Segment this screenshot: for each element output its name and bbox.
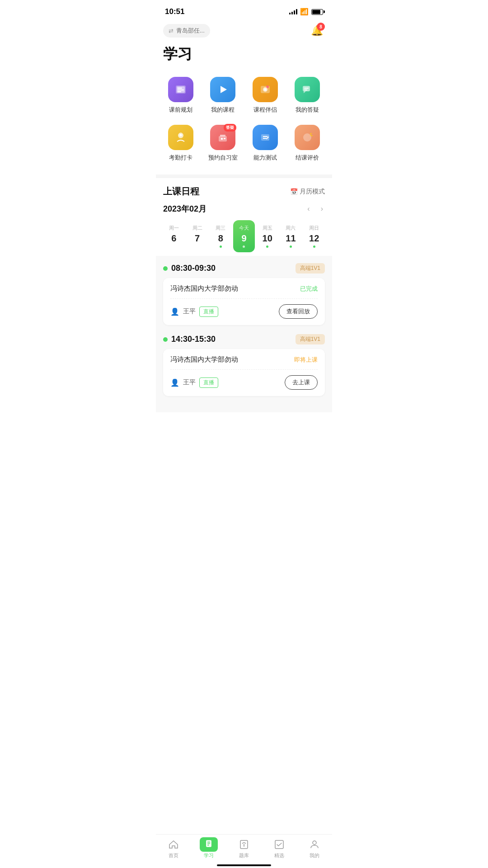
pre-class-icon: [168, 77, 193, 102]
svg-marker-5: [221, 86, 227, 93]
day-dot-6: [173, 245, 175, 248]
time-slot-2: 14:30-15:30 高端1V1 冯诗杰国内大学部勿动 即将上课 👤 王平 直…: [156, 334, 332, 405]
day-name-12: 周日: [309, 225, 319, 231]
day-cell-7[interactable]: 周二7: [187, 220, 208, 252]
time-dot-1: [163, 266, 168, 271]
live-badge-1: 直播: [199, 307, 218, 317]
my-course-icon: [210, 77, 235, 102]
time-range-2: 14:30-15:30: [171, 335, 216, 344]
time-range-1: 08:30-09:30: [171, 264, 216, 273]
prev-month-button[interactable]: ‹: [305, 203, 311, 215]
notification-button[interactable]: 🔔 8: [309, 23, 325, 39]
bottom-nav: 首页 学习 题库: [156, 834, 332, 868]
nav-item-mine[interactable]: 我的: [301, 838, 328, 859]
day-cell-8[interactable]: 周三8: [210, 220, 231, 252]
day-number-11: 11: [286, 233, 296, 244]
course-card-bottom-2: 👤 王平 直播 去上课: [170, 375, 318, 390]
menu-label-attendance: 考勤打卡: [169, 154, 192, 162]
svg-rect-2: [178, 88, 182, 89]
replay-button[interactable]: 查看回放: [279, 304, 318, 319]
svg-point-32: [244, 844, 245, 846]
day-name-9: 今天: [239, 225, 249, 231]
menu-item-study-room[interactable]: 答疑 预约自习室: [202, 119, 244, 167]
menu-item-course-eval[interactable]: 😊 结课评价: [286, 119, 329, 167]
battery-icon: [311, 9, 323, 15]
menu-item-attendance[interactable]: 考勤打卡: [160, 119, 202, 167]
menu-item-course-partner[interactable]: ! 课程伴侣: [244, 71, 286, 119]
status-icons: 📶: [289, 8, 323, 16]
day-dot-9: [243, 245, 245, 248]
menu-item-pre-class[interactable]: 课前规划: [160, 71, 202, 119]
svg-rect-4: [178, 91, 181, 92]
attendance-icon: [168, 125, 193, 150]
day-number-12: 12: [309, 233, 319, 244]
svg-rect-34: [275, 840, 283, 849]
day-number-10: 10: [263, 233, 272, 244]
course-partner-icon: !: [253, 77, 278, 102]
day-name-8: 周三: [216, 225, 225, 231]
calendar-mode-button[interactable]: 📅 月历模式: [290, 188, 325, 196]
person-icon-2: 👤: [170, 378, 179, 387]
menu-item-ability-test[interactable]: 能力测试: [244, 119, 286, 167]
day-cell-6[interactable]: 周一6: [163, 220, 185, 252]
nav-arrows: ‹ ›: [305, 203, 325, 215]
ability-test-icon: [253, 125, 278, 150]
teacher-name-2: 王平: [183, 378, 196, 387]
day-dot-11: [290, 245, 292, 248]
day-cell-9[interactable]: 今天9: [233, 220, 255, 252]
page-title: 学习: [156, 42, 332, 71]
day-cell-11[interactable]: 周六11: [280, 220, 302, 252]
calendar-mode-label: 月历模式: [300, 188, 325, 196]
schedule-section: 上课日程 📅 月历模式 2023年02月 ‹ › 周一6周二7周三8今天9周五1…: [156, 178, 332, 252]
study-nav-icon: [202, 838, 215, 851]
day-dot-8: [220, 245, 222, 248]
menu-item-my-course[interactable]: 我的课程: [202, 71, 244, 119]
day-number-9: 9: [241, 233, 246, 244]
day-cell-10[interactable]: 周五10: [257, 220, 278, 252]
day-name-10: 周五: [263, 225, 272, 231]
menu-label-my-course: 我的课程: [211, 106, 235, 114]
header: ⇄ 青岛邵任... 🔔 8: [156, 20, 332, 42]
schedule-content: 08:30-09:30 高端1V1 冯诗杰国内大学部勿动 已完成 👤 王平 直播…: [156, 256, 332, 412]
status-badge-1: 已完成: [300, 285, 318, 293]
schedule-title: 上课日程: [163, 185, 199, 198]
day-dot-7: [196, 245, 198, 248]
nav-item-home[interactable]: 首页: [160, 838, 187, 859]
time-label-1: 08:30-09:30: [163, 264, 216, 273]
menu-label-course-eval: 结课评价: [296, 154, 319, 162]
menu-label-my-qa: 我的答疑: [296, 106, 319, 114]
day-cell-12[interactable]: 周日12: [303, 220, 325, 252]
svg-point-35: [313, 841, 316, 844]
school-badge[interactable]: ⇄ 青岛邵任...: [163, 24, 210, 38]
svg-rect-13: [304, 88, 309, 89]
svg-rect-28: [207, 842, 211, 843]
course-card-1: 冯诗杰国内大学部勿动 已完成 👤 王平 直播 查看回放: [163, 278, 325, 325]
attend-button[interactable]: 去上课: [285, 375, 318, 390]
calendar-icon: 📅: [290, 188, 298, 195]
day-number-8: 8: [218, 233, 223, 244]
nav-item-study[interactable]: 学习: [195, 838, 222, 859]
svg-text:!: !: [267, 86, 267, 89]
nav-item-featured[interactable]: 精选: [266, 838, 293, 859]
svg-rect-3: [178, 90, 184, 90]
nav-item-question-bank[interactable]: 题库: [230, 838, 258, 859]
menu-item-my-qa[interactable]: 我的答疑: [286, 71, 329, 119]
status-time: 10:51: [165, 7, 184, 16]
schedule-header: 上课日程 📅 月历模式: [163, 185, 325, 198]
nav-label-study: 学习: [204, 852, 214, 859]
home-indicator: [217, 864, 271, 866]
home-nav-icon: [167, 838, 180, 851]
course-card-top-1: 冯诗杰国内大学部勿动 已完成: [170, 284, 318, 299]
svg-rect-29: [207, 843, 211, 844]
next-month-button[interactable]: ›: [319, 203, 325, 215]
day-name-7: 周二: [192, 225, 202, 231]
notification-badge: 8: [317, 23, 325, 31]
study-room-icon: 答疑: [210, 125, 235, 150]
course-card-top-2: 冯诗杰国内大学部勿动 即将上课: [170, 355, 318, 370]
day-dot-10: [266, 245, 268, 248]
mine-nav-icon: [308, 838, 321, 851]
week-calendar: 周一6周二7周三8今天9周五10周六11周日12: [163, 220, 325, 252]
course-name-1: 冯诗杰国内大学部勿动: [170, 284, 296, 293]
course-card-2: 冯诗杰国内大学部勿动 即将上课 👤 王平 直播 去上课: [163, 349, 325, 396]
nav-label-question-bank: 题库: [239, 852, 249, 859]
